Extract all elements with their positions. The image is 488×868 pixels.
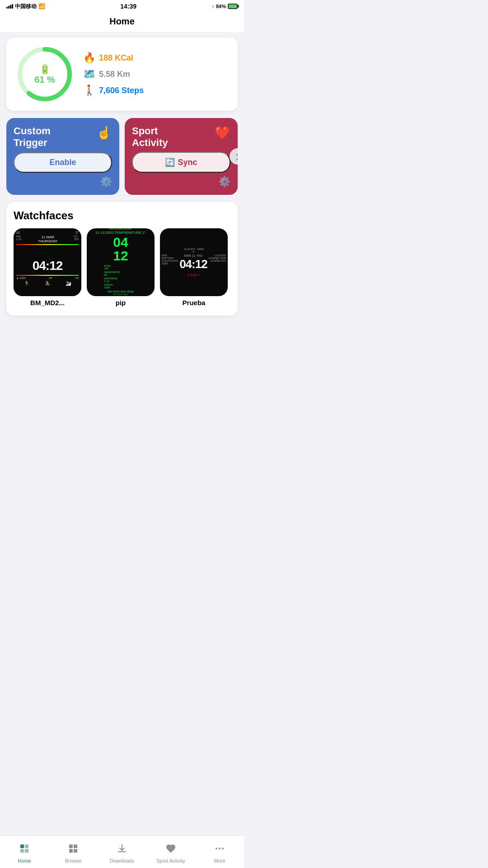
stat-kcal: 🔥 188 KCal [83, 52, 229, 64]
activity-ring: 🔋 61 % [15, 45, 74, 104]
sport-activity-title: SportActivity [132, 125, 168, 149]
status-right: ↑ 84% [211, 4, 238, 9]
signal-icon [6, 4, 13, 9]
settings-gear-icon[interactable]: ⚙️ [100, 176, 112, 188]
flame-icon: 🔥 [83, 52, 95, 64]
status-left: 中国移动 📶 [6, 3, 45, 10]
touch-icon: ☝️ [96, 125, 112, 140]
walk-icon: 🚶 [83, 85, 95, 96]
enable-button[interactable]: Enable [14, 152, 112, 173]
sport-activity-card[interactable]: SportActivity ❤️ 🔄 Sync ⚙️ ❯ [125, 118, 238, 195]
watchface-visual-prueba: CLOUDY · RAIN2° 60%BATTERYFOOTSTEPS3000 … [160, 228, 228, 296]
stat-km: 🗺️ 5.58 Km [83, 68, 229, 80]
steps-value: 7,606 Steps [99, 86, 144, 95]
battery-percent: 84% [216, 4, 226, 9]
sync-icon: 🔄 [165, 157, 175, 167]
watchface-item-prueba[interactable]: CLOUDY · RAIN2° 60%BATTERYFOOTSTEPS3000 … [160, 228, 228, 307]
custom-trigger-title: CustomTrigger [14, 125, 51, 149]
watchface-label-pip: pip [116, 299, 126, 307]
heart-icon: ❤️ [215, 125, 230, 140]
custom-trigger-footer: ⚙️ [14, 176, 112, 188]
watchface-label-prueba: Prueba [183, 299, 206, 307]
km-value: 5.58 Km [99, 70, 130, 79]
status-bar: 中国移动 📶 14:39 ↑ 84% [0, 0, 244, 13]
watchfaces-title: Watchfaces [14, 209, 230, 222]
watchface-thumb-pip: WEDNESDAY11.03.2020 TEMPERATURE 2° 0412 … [87, 228, 155, 296]
watchface-thumb-prueba: CLOUDY · RAIN2° 60%BATTERYFOOTSTEPS3000 … [160, 228, 228, 296]
sync-button[interactable]: 🔄 Sync [132, 152, 230, 173]
page-header: Home [0, 13, 244, 32]
sync-label: Sync [178, 158, 197, 167]
watchfaces-row: 02 2° KM2.10 11 MARTHURSDAY KC225 04:12 [14, 228, 230, 307]
main-content: 🔋 61 % 🔥 188 KCal 🗺️ 5.58 Km 🚶 7,606 Ste… [0, 32, 244, 352]
location-icon: ↑ [211, 4, 214, 9]
custom-trigger-header: CustomTrigger ☝️ [14, 125, 112, 149]
today-stats: 🔥 188 KCal 🗺️ 5.58 Km 🚶 7,606 Steps [83, 52, 229, 96]
watchfaces-card: Watchfaces 02 2° KM2.10 11 MARTHURSDAY K… [6, 202, 238, 316]
watchface-item-pip[interactable]: WEDNESDAY11.03.2020 TEMPERATURE 2° 0412 … [87, 228, 155, 307]
sport-activity-footer: ⚙️ [132, 176, 230, 188]
watchface-thumb-bm: 02 2° KM2.10 11 MARTHURSDAY KC225 04:12 [14, 228, 81, 296]
wifi-icon: 📶 [38, 3, 45, 9]
ring-center: 🔋 61 % [34, 64, 55, 85]
kcal-value: 188 KCal [99, 53, 133, 63]
page-title: Home [109, 16, 135, 26]
map-icon: 🗺️ [83, 68, 95, 80]
today-card: 🔋 61 % 🔥 188 KCal 🗺️ 5.58 Km 🚶 7,606 Ste… [6, 38, 238, 111]
custom-trigger-card[interactable]: CustomTrigger ☝️ Enable ⚙️ [6, 118, 119, 195]
scroll-right-arrow[interactable]: ❯ [230, 148, 238, 165]
sport-activity-header: SportActivity ❤️ [132, 125, 230, 149]
stat-steps: 🚶 7,606 Steps [83, 85, 229, 96]
battery-icon [228, 4, 238, 9]
ring-percent: 61 % [34, 75, 55, 85]
status-time: 14:39 [120, 3, 136, 10]
watchface-visual-bm: 02 2° KM2.10 11 MARTHURSDAY KC225 04:12 [14, 228, 81, 296]
watchface-label-bm: BM_MD2... [30, 299, 65, 307]
battery-ring-icon: 🔋 [34, 64, 55, 75]
watchface-item-bm[interactable]: 02 2° KM2.10 11 MARTHURSDAY KC225 04:12 [14, 228, 81, 307]
watchface-visual-pip: WEDNESDAY11.03.2020 TEMPERATURE 2° 0412 … [87, 228, 155, 296]
feature-cards-row: CustomTrigger ☝️ Enable ⚙️ SportActivity… [6, 118, 238, 195]
carrier-label: 中国移动 [15, 3, 37, 10]
sport-settings-gear-icon[interactable]: ⚙️ [218, 176, 230, 188]
